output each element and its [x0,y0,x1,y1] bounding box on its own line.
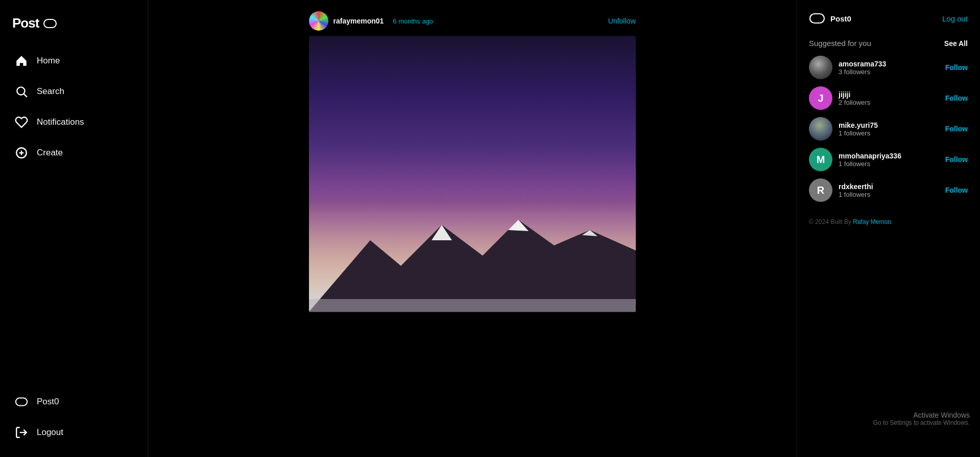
follow-button[interactable]: Follow [945,94,968,102]
sidebar-home-label: Home [37,56,60,66]
suggested-followers-count: 1 followers [839,191,873,198]
list-item: R rdxkeerthi 1 followers Follow [809,178,968,202]
suggested-followers-count: 2 followers [839,99,870,106]
logout-button[interactable]: Log out [942,14,968,23]
sidebar-nav: Home Search Notifications Create [0,47,148,387]
suggested-user-info: mike.yuri75 1 followers [839,121,878,137]
footer-author-link[interactable]: Rafay Memon [853,218,891,225]
avatar: R [809,178,832,202]
follow-button[interactable]: Follow [945,63,968,72]
suggested-user-left: amosrama733 3 followers [809,56,886,79]
sidebar-bottom: Post0 Logout [0,387,148,447]
suggested-user-left: J jijiji 2 followers [809,86,870,110]
follow-button[interactable]: Follow [945,125,968,133]
svg-rect-12 [309,299,636,312]
right-panel-user: Post0 [809,10,851,27]
unfollow-button[interactable]: Unfollow [608,17,636,25]
pill-icon [14,395,29,409]
sidebar-item-create[interactable]: Create [6,139,141,167]
svg-rect-6 [16,398,27,406]
suggested-username: amosrama733 [839,60,886,68]
suggested-followers-count: 1 followers [839,160,901,168]
suggested-list: amosrama733 3 followers Follow J jijiji … [809,56,968,202]
suggested-username: mmohanapriya336 [839,152,901,160]
avatar: J [809,86,832,110]
footer: © 2024 Built By Rafay Memon [809,218,968,225]
right-panel-username: Post0 [830,14,851,23]
list-item: J jijiji 2 followers Follow [809,86,968,110]
list-item: mike.yuri75 1 followers Follow [809,117,968,141]
post-card: rafaymemon01 6 months ago Unfollow [309,5,636,312]
suggested-title: Suggested for you [809,39,871,48]
post-avatar-image [309,11,328,31]
list-item: amosrama733 3 followers Follow [809,56,968,79]
suggested-user-info: jijiji 2 followers [839,90,870,106]
post-image [309,36,636,312]
list-item: M mmohanapriya336 1 followers Follow [809,148,968,171]
plus-circle-icon [14,146,29,160]
suggested-user-info: rdxkeerthi 1 followers [839,182,873,198]
svg-point-1 [17,87,25,95]
app-logo-text: Post [12,15,39,31]
follow-button[interactable]: Follow [945,155,968,164]
sidebar-item-home[interactable]: Home [6,47,141,75]
suggested-user-left: R rdxkeerthi 1 followers [809,178,873,202]
sidebar-notifications-label: Notifications [37,117,84,127]
post-username[interactable]: rafaymemon01 [333,17,384,25]
avatar [809,56,832,79]
sidebar-logout-label: Logout [37,427,63,438]
right-panel: Post0 Log out Suggested for you See All … [796,0,980,457]
svg-line-2 [24,94,27,97]
logout-icon [14,425,29,440]
feed-container: rafaymemon01 6 months ago Unfollow [309,0,636,457]
suggested-followers-count: 1 followers [839,129,878,137]
right-panel-header: Post0 Log out [809,10,968,27]
suggested-username: mike.yuri75 [839,121,878,129]
avatar [309,11,328,31]
suggested-header: Suggested for you See All [809,39,968,48]
suggested-username: jijiji [839,90,870,99]
avatar [809,117,832,141]
svg-rect-0 [44,19,56,28]
post-user-info: rafaymemon01 6 months ago [309,11,434,31]
svg-rect-13 [810,14,824,23]
sidebar-logo: Post [0,10,148,47]
mountain-svg [309,210,636,312]
sidebar-item-notifications[interactable]: Notifications [6,108,141,136]
suggested-followers-count: 3 followers [839,68,886,76]
suggested-user-left: M mmohanapriya336 1 followers [809,148,901,171]
search-icon [14,84,29,99]
main-feed: rafaymemon01 6 months ago Unfollow [148,0,796,457]
sidebar-search-label: Search [37,86,64,97]
suggested-username: rdxkeerthi [839,182,873,191]
post-header: rafaymemon01 6 months ago Unfollow [309,5,636,36]
suggested-user-left: mike.yuri75 1 followers [809,117,878,141]
app-logo-icon [43,16,57,31]
right-panel-logo-icon [809,10,825,27]
sidebar-profile-label: Post0 [37,397,59,407]
sidebar: Post Home Search Notifications [0,0,148,457]
avatar: M [809,148,832,171]
home-icon [14,54,29,68]
sidebar-item-search[interactable]: Search [6,77,141,106]
suggested-user-info: amosrama733 3 followers [839,60,886,76]
sidebar-item-profile[interactable]: Post0 [6,387,141,416]
footer-text: © 2024 Built By [809,218,851,225]
sidebar-create-label: Create [37,148,63,158]
heart-icon [14,115,29,129]
follow-button[interactable]: Follow [945,186,968,194]
post-time-ago: 6 months ago [393,17,433,25]
suggested-user-info: mmohanapriya336 1 followers [839,152,901,168]
see-all-button[interactable]: See All [944,39,968,48]
sidebar-item-logout[interactable]: Logout [6,418,141,447]
